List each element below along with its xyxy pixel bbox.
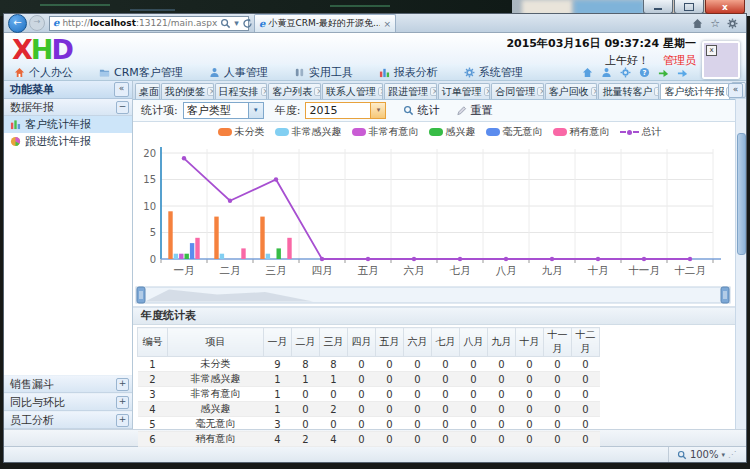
datazoom-slider[interactable] [135, 286, 731, 304]
tab-9[interactable]: 客户回收× [545, 83, 598, 99]
expand-group-icon[interactable]: + [116, 414, 129, 427]
table-cell: 0 [544, 357, 572, 372]
tab-close-icon[interactable]: × [261, 87, 268, 96]
address-bar[interactable]: e http://localhost:13121/main.aspx ▾ [49, 16, 249, 31]
search-icon[interactable] [220, 18, 231, 29]
menu-item-4[interactable]: 实用工具 [294, 65, 353, 80]
sidebar-group-data-annual[interactable]: 数据年报− [4, 99, 132, 116]
broken-image-icon: x [706, 45, 717, 56]
tab-close-icon[interactable]: × [484, 87, 491, 96]
gear-icon[interactable] [727, 18, 738, 29]
svg-text:一月: 一月 [174, 264, 195, 276]
east-collapse-button[interactable]: « [728, 83, 743, 98]
tab-3[interactable]: 日程安排× [215, 83, 268, 99]
scrollbar-thumb[interactable] [737, 133, 746, 255]
legend-item[interactable]: 感兴趣 [429, 125, 476, 139]
close-icon: x [722, 2, 728, 12]
chevron-down-icon[interactable]: ▾ [370, 103, 385, 118]
stat-item-select[interactable]: 客户类型 ▾ [183, 102, 264, 119]
browser-tab-close-icon[interactable]: × [383, 19, 391, 29]
blue-arrow-icon[interactable] [677, 67, 688, 78]
maximize-button[interactable] [674, 0, 704, 14]
table-row[interactable]: 2非常感兴趣111000000000 [138, 372, 600, 387]
legend-item-total[interactable]: 总计 [620, 125, 662, 139]
collapse-group-icon[interactable]: − [116, 101, 129, 114]
legend-item[interactable]: 非常感兴趣 [275, 125, 342, 139]
table-row[interactable]: 5毫无意向300000000000 [138, 417, 600, 432]
chevron-down-icon[interactable]: ▾ [248, 103, 263, 118]
menu-item-3[interactable]: 人事管理 [209, 65, 268, 80]
sidebar-item-2[interactable]: 跟进统计年报 [4, 133, 132, 150]
home-icon[interactable] [582, 67, 593, 78]
tab-8[interactable]: 合同管理× [491, 83, 544, 99]
menu-item-2[interactable]: CRM客户管理 [99, 65, 183, 80]
table-cell: 0 [404, 417, 432, 432]
legend-item[interactable]: 稍有意向 [553, 125, 610, 139]
back-button[interactable]: ← [8, 14, 27, 33]
table-cell: 0 [376, 432, 404, 447]
browser-zoom-control[interactable]: 100% ▾ ⋰ [668, 447, 746, 462]
menu-item-5[interactable]: 报表分析 [379, 65, 438, 80]
zoom-level: 100% [690, 449, 719, 460]
minimize-button[interactable] [643, 0, 673, 14]
close-button[interactable]: x [705, 0, 745, 14]
tab-close-icon[interactable]: × [378, 87, 383, 96]
table-row[interactable]: 6稍有意向424000000000 [138, 432, 600, 447]
sidebar-group-1[interactable]: 销售漏斗+ [4, 375, 132, 393]
tab-11[interactable]: 客户统计年报× [660, 83, 730, 99]
tab-close-icon[interactable]: × [591, 87, 598, 96]
sidebar-collapse-button[interactable]: « [114, 82, 129, 97]
datazoom-right-handle[interactable] [721, 287, 729, 303]
stat-button[interactable]: 统计 [403, 103, 439, 118]
star-icon[interactable]: ☆ [710, 17, 720, 30]
tab-close-icon[interactable]: × [430, 87, 437, 96]
legend-swatch [553, 128, 567, 136]
table-cell: 0 [404, 357, 432, 372]
menu-item-1[interactable]: 个人办公 [14, 65, 73, 80]
legend-item[interactable]: 毫无意向 [486, 125, 543, 139]
expand-group-icon[interactable]: + [116, 378, 129, 391]
legend-swatch [218, 128, 232, 136]
username[interactable]: 管理员 [663, 54, 696, 67]
table-cell: 0 [292, 402, 320, 417]
crm-page: XHD 2015年03月16日 09:37:24 星期一 上午好！管理员 x 个… [4, 33, 746, 446]
tab-7[interactable]: 订单管理× [438, 83, 491, 99]
tab-4[interactable]: 客户列表× [268, 83, 321, 99]
tab-1[interactable]: 桌面 [135, 83, 160, 99]
table-row[interactable]: 3非常有意向100000000000 [138, 387, 600, 402]
table-cell: 0 [404, 372, 432, 387]
tab-close-icon[interactable]: × [537, 87, 544, 96]
refresh-icon[interactable] [242, 18, 253, 29]
sidebar-item-1[interactable]: 客户统计年报 [4, 116, 132, 133]
green-arrow-icon[interactable] [658, 67, 669, 78]
tab-close-icon[interactable]: × [654, 87, 659, 96]
sidebar-item-label: 客户统计年报 [25, 117, 91, 132]
tab-close-icon[interactable]: × [207, 87, 214, 96]
table-row[interactable]: 4感兴趣102000000000 [138, 402, 600, 417]
tab-10[interactable]: 批量转客户× [598, 83, 659, 99]
legend-item[interactable]: 未分类 [218, 125, 265, 139]
gear-icon[interactable] [620, 67, 631, 78]
help-icon[interactable]: ? [639, 67, 650, 78]
vertical-scrollbar[interactable] [735, 99, 746, 429]
browser-tab[interactable]: e 小黄豆CRM-最好的开源免... × [254, 14, 396, 32]
tab-6[interactable]: 跟进管理× [384, 83, 437, 99]
tab-close-icon[interactable]: × [314, 87, 321, 96]
forward-button[interactable]: → [29, 15, 45, 31]
year-select[interactable]: 2015 ▾ [305, 102, 386, 119]
reset-button[interactable]: 重置 [456, 103, 492, 118]
tab-5[interactable]: 联系人管理× [322, 83, 383, 99]
sidebar-group-2[interactable]: 同比与环比+ [4, 393, 132, 411]
home-icon[interactable] [692, 18, 703, 29]
legend-item[interactable]: 非常有意向 [352, 125, 419, 139]
table-row[interactable]: 1未分类988000000000 [138, 357, 600, 372]
tab-label: 批量转客户 [602, 85, 652, 99]
sidebar-group-3[interactable]: 员工分析+ [4, 411, 132, 429]
expand-group-icon[interactable]: + [116, 396, 129, 409]
datazoom-left-handle[interactable] [137, 287, 145, 303]
tab-2[interactable]: 我的便签× [161, 83, 214, 99]
table-cell: 毫无意向 [168, 417, 264, 432]
table-cell: 3 [264, 417, 292, 432]
user-icon[interactable] [601, 67, 612, 78]
chevron-down-icon[interactable]: ▾ [234, 18, 239, 28]
